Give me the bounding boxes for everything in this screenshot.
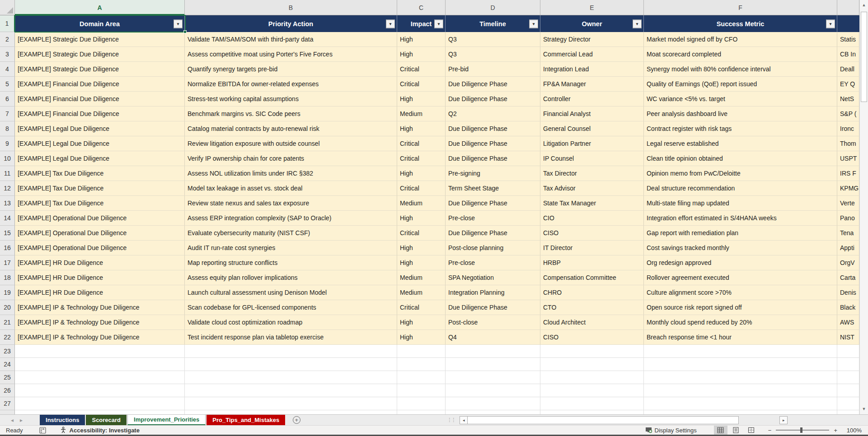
cell[interactable]: Deal structure recommendation	[644, 181, 837, 196]
cell[interactable]: Integration effort estimated in S/4HANA …	[644, 211, 837, 226]
cell[interactable]: Medium	[397, 270, 446, 285]
filter-dropdown-icon[interactable]: ▾	[386, 19, 395, 28]
filter-dropdown-icon[interactable]: ▾	[826, 19, 835, 28]
cell[interactable]: Critical	[397, 77, 446, 92]
row-header-8[interactable]: 8	[0, 121, 15, 136]
cell[interactable]	[15, 358, 185, 371]
row-header-24[interactable]: 24	[0, 358, 15, 371]
cell[interactable]: Tax Advisor	[540, 181, 644, 196]
column-header-F[interactable]: F	[644, 0, 837, 15]
cell[interactable]	[185, 371, 397, 384]
cell[interactable]	[644, 358, 837, 371]
cell[interactable]: Breach response time <1 hour	[644, 330, 837, 345]
cell[interactable]: Pre-close	[446, 211, 540, 226]
column-header-A[interactable]: A	[15, 0, 185, 15]
cell[interactable]: Gap report with remediation plan	[644, 226, 837, 241]
cell[interactable]: Medium	[397, 285, 446, 300]
cell[interactable]: [EXAMPLE] HR Due Diligence	[15, 255, 185, 270]
cell[interactable]: Multi-state filing map updated	[644, 196, 837, 211]
cell[interactable]: OrgV	[837, 255, 859, 270]
cell[interactable]: High	[397, 330, 446, 345]
cell[interactable]: Pre-signing	[446, 166, 540, 181]
header-cell-impact[interactable]: Impact ▾	[397, 15, 446, 32]
cell[interactable]: NetS	[837, 92, 859, 107]
header-cell-domain-area[interactable]: Domain Area ▾	[15, 15, 185, 32]
cell[interactable]	[446, 371, 540, 384]
cell[interactable]	[644, 397, 837, 410]
zoom-slider-thumb[interactable]	[800, 427, 802, 433]
cell[interactable]: Deall	[837, 62, 859, 77]
cell[interactable]: Ironc	[837, 121, 859, 136]
cell[interactable]: Stress-test working capital assumptions	[185, 92, 397, 107]
cell[interactable]	[644, 371, 837, 384]
cell[interactable]: USPT	[837, 151, 859, 166]
row-header-26[interactable]: 26	[0, 384, 15, 397]
cell[interactable]: NIST	[837, 330, 859, 345]
scroll-left-icon[interactable]: ◂	[460, 416, 468, 424]
cell[interactable]: Strategy Director	[540, 32, 644, 47]
cell[interactable]: Tena	[837, 226, 859, 241]
header-cell-partial-g[interactable]	[837, 15, 859, 32]
cell[interactable]: [EXAMPLE] IP & Technology Due Diligence	[15, 300, 185, 315]
normal-view-button[interactable]	[714, 426, 727, 435]
cell[interactable]: Post-close	[446, 315, 540, 330]
cell[interactable]: CISO	[540, 226, 644, 241]
row-header-15[interactable]: 15	[0, 226, 15, 241]
cell[interactable]	[446, 384, 540, 397]
column-header-C[interactable]: C	[397, 0, 446, 15]
cell[interactable]: S&P (	[837, 107, 859, 121]
cell[interactable]: High	[397, 166, 446, 181]
cell[interactable]: Verify IP ownership chain for core paten…	[185, 151, 397, 166]
cell[interactable]: [EXAMPLE] Operational Due Diligence	[15, 241, 185, 255]
cell[interactable]: Integration Lead	[540, 62, 644, 77]
cell[interactable]: Medium	[397, 107, 446, 121]
cell[interactable]: Q3	[446, 32, 540, 47]
cell[interactable]: Pre-close	[446, 255, 540, 270]
cell[interactable]: Map reporting structure conflicts	[185, 255, 397, 270]
cell[interactable]: SPA Negotiation	[446, 270, 540, 285]
cell[interactable]	[540, 397, 644, 410]
cell[interactable]: Due Diligence Phase	[446, 92, 540, 107]
cell[interactable]: KPMG	[837, 181, 859, 196]
cell[interactable]	[540, 345, 644, 358]
cell[interactable]	[644, 345, 837, 358]
cell[interactable]: [EXAMPLE] Operational Due Diligence	[15, 211, 185, 226]
cell[interactable]: HRBP	[540, 255, 644, 270]
cell[interactable]: [EXAMPLE] Financial Due Diligence	[15, 107, 185, 121]
cell[interactable]: Assess competitive moat using Porter's F…	[185, 47, 397, 62]
cell[interactable]: [EXAMPLE] Operational Due Diligence	[15, 226, 185, 241]
cell[interactable]: CHRO	[540, 285, 644, 300]
cell[interactable]: Evaluate cybersecurity maturity (NIST CS…	[185, 226, 397, 241]
accessibility-status[interactable]: Accessibility: Investigate	[60, 427, 140, 434]
cell[interactable]: Opinion memo from PwC/Deloitte	[644, 166, 837, 181]
cell[interactable]	[837, 371, 859, 384]
row-header-22[interactable]: 22	[0, 330, 15, 345]
cell[interactable]: General Counsel	[540, 121, 644, 136]
row-header-14[interactable]: 14	[0, 211, 15, 226]
tab-instructions[interactable]: Instructions	[40, 415, 85, 425]
cell[interactable]: Thom	[837, 136, 859, 151]
zoom-level[interactable]: 100%	[845, 427, 862, 434]
cell[interactable]	[185, 358, 397, 371]
cell[interactable]: High	[397, 241, 446, 255]
cell[interactable]: State Tax Manager	[540, 196, 644, 211]
cell[interactable]: [EXAMPLE] Legal Due Diligence	[15, 151, 185, 166]
cell[interactable]: High	[397, 315, 446, 330]
cell[interactable]: [EXAMPLE] Tax Due Diligence	[15, 166, 185, 181]
cell[interactable]: AWS	[837, 315, 859, 330]
horizontal-scrollbar-thumb[interactable]	[468, 416, 739, 424]
cell[interactable]: IP Counsel	[540, 151, 644, 166]
cell[interactable]: Scan codebase for GPL-licensed component…	[185, 300, 397, 315]
cell[interactable]: Legal reserve established	[644, 136, 837, 151]
cell[interactable]: Open source risk report signed off	[644, 300, 837, 315]
page-layout-view-button[interactable]	[729, 426, 743, 435]
cell[interactable]: Peer analysis dashboard live	[644, 107, 837, 121]
cell[interactable]: Quantify synergy targets pre-bid	[185, 62, 397, 77]
cell[interactable]: Due Diligence Phase	[446, 196, 540, 211]
zoom-slider[interactable]	[776, 430, 829, 431]
cell[interactable]	[397, 345, 446, 358]
zoom-in-button[interactable]: +	[834, 427, 837, 434]
cell[interactable]: Launch cultural assessment using Denison…	[185, 285, 397, 300]
cell[interactable]: Quality of Earnings (QoE) report issued	[644, 77, 837, 92]
cell[interactable]	[15, 345, 185, 358]
